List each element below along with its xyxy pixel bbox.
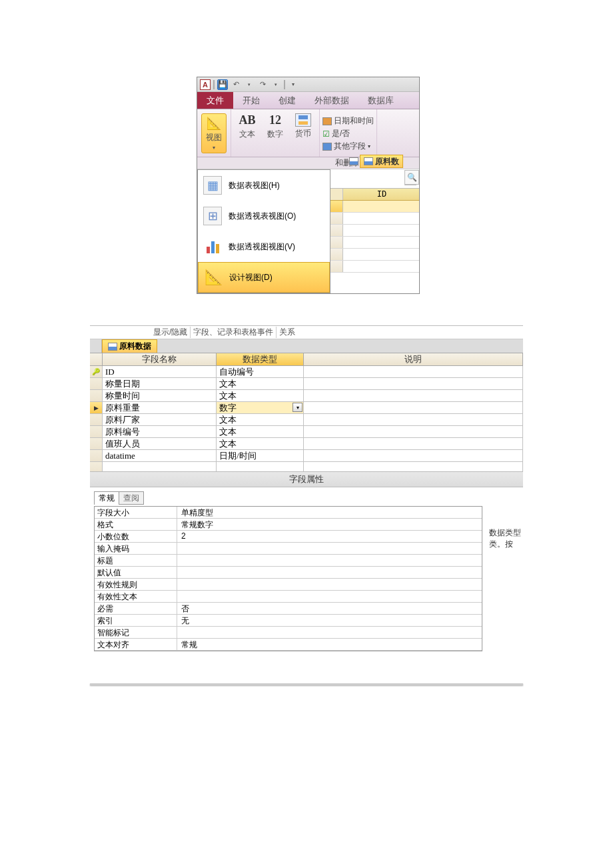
description-cell[interactable]	[304, 426, 523, 438]
object-tab[interactable]: 原料数	[360, 155, 403, 168]
text-field-button[interactable]: AB 文本	[235, 113, 259, 140]
field-name-cell[interactable]: 值班人员	[103, 438, 217, 450]
field-name-cell[interactable]: datatime	[103, 450, 217, 462]
property-value[interactable]: 常规	[177, 639, 482, 650]
tab-database[interactable]: 数据库	[358, 92, 403, 109]
datatype-dropdown-icon[interactable]: ▾	[293, 403, 303, 412]
property-name: 索引	[95, 615, 177, 626]
field-name-cell[interactable]: ID	[103, 366, 217, 378]
tab-home[interactable]: 开始	[233, 92, 269, 109]
id-column-header[interactable]: ID	[343, 189, 420, 200]
tab-external[interactable]: 外部数据	[305, 92, 358, 109]
view-button[interactable]: 📐 视图 ▾	[201, 113, 227, 153]
number-12-icon: 12	[269, 113, 281, 127]
save-icon[interactable]: 💾	[217, 79, 228, 90]
group-events: 字段、记录和表格事件	[191, 327, 277, 338]
property-name: 必需	[95, 603, 177, 614]
description-cell[interactable]	[304, 414, 523, 426]
help-text: 数据类型 类。按	[486, 487, 523, 674]
data-type-cell[interactable]: 日期/时间	[217, 450, 304, 462]
group-relations: 关系	[277, 327, 298, 338]
pivotchart-icon	[203, 237, 222, 256]
fieldname-header[interactable]: 字段名称	[103, 353, 217, 366]
property-name: 标题	[95, 555, 177, 566]
description-cell[interactable]	[304, 402, 523, 414]
qat-customize-icon[interactable]: ▾	[288, 79, 299, 90]
data-type-cell[interactable]: 文本	[217, 438, 304, 450]
tab-lookup[interactable]: 查阅	[119, 491, 144, 505]
tab-create[interactable]: 创建	[269, 92, 305, 109]
property-name: 有效性规则	[95, 579, 177, 590]
menu-pivotchart-view[interactable]: 数据透视图视图(V)	[198, 231, 330, 262]
row-selector[interactable]	[90, 414, 103, 426]
access-app-icon: A	[200, 79, 211, 90]
description-cell[interactable]	[304, 438, 523, 450]
more-fields-button[interactable]: 其他字段 ▾	[322, 141, 370, 152]
tab-file[interactable]: 文件	[197, 92, 233, 109]
titlebar: A 💾 ↶ ▾ ↷ ▾ ▾	[197, 77, 419, 92]
property-value[interactable]: 常规数字	[177, 519, 482, 530]
row-selector[interactable]	[90, 366, 103, 378]
datasheet-preview: ID	[330, 188, 420, 273]
table-tab[interactable]: 原料数据	[102, 339, 157, 353]
property-value[interactable]: 否	[177, 603, 482, 614]
property-value[interactable]: 单精度型	[177, 507, 482, 518]
property-value[interactable]	[177, 543, 482, 554]
data-type-cell[interactable]: 文本	[217, 378, 304, 390]
redo-icon[interactable]: ↷	[257, 79, 268, 90]
description-cell[interactable]	[304, 390, 523, 402]
field-name-cell[interactable]: 原料编号	[103, 426, 217, 438]
field-name-cell[interactable]: 原料重量	[103, 402, 217, 414]
property-name: 有效性文本	[95, 591, 177, 602]
property-name: 智能标记	[95, 627, 177, 638]
undo-icon[interactable]: ↶	[231, 79, 241, 90]
data-type-cell[interactable]: 自动编号	[217, 366, 304, 378]
property-value[interactable]	[177, 591, 482, 602]
row-selector[interactable]	[90, 438, 103, 450]
property-value[interactable]: 2	[177, 531, 482, 542]
tab-general[interactable]: 常规	[94, 491, 119, 505]
datetime-field-button[interactable]: 日期和时间	[322, 115, 374, 127]
group-show-hide: 显示/隐藏	[90, 327, 191, 338]
field-name-cell[interactable]: 称量日期	[103, 378, 217, 390]
row-selector[interactable]	[90, 390, 103, 402]
data-type-cell[interactable]: 数字▾	[217, 402, 304, 414]
search-icon[interactable]: 🔍	[404, 170, 419, 185]
data-type-cell[interactable]: 文本	[217, 414, 304, 426]
property-value[interactable]	[177, 579, 482, 590]
yesno-field-button[interactable]: ☑是/否	[322, 128, 350, 139]
currency-field-button[interactable]: 货币	[291, 113, 315, 139]
ribbon-tabs: 文件 开始 创建 外部数据 数据库	[197, 92, 419, 109]
row-selector[interactable]	[90, 378, 103, 390]
field-properties-title: 字段属性	[90, 471, 523, 487]
redo-drop-icon[interactable]: ▾	[271, 79, 281, 90]
menu-design-view[interactable]: 📐 设计视图(D)	[198, 262, 330, 293]
field-name-cell[interactable]: 原料厂家	[103, 414, 217, 426]
undo-drop-icon[interactable]: ▾	[244, 79, 255, 90]
data-type-cell[interactable]: 文本	[217, 390, 304, 402]
view-dropdown-menu: ▦ 数据表视图(H) ⊞ 数据透视表视图(O) 数据透视图视图(V) 📐 设计视…	[197, 169, 330, 293]
row-selector[interactable]	[90, 426, 103, 438]
field-name-cell[interactable]: 称量时间	[103, 390, 217, 402]
property-value[interactable]	[177, 627, 482, 638]
description-cell[interactable]	[304, 378, 523, 390]
data-type-cell[interactable]: 文本	[217, 426, 304, 438]
property-value[interactable]: 无	[177, 615, 482, 626]
view-drop-icon: ▾	[213, 145, 215, 151]
description-cell[interactable]	[304, 450, 523, 462]
property-value[interactable]	[177, 555, 482, 566]
check-icon: ☑	[322, 129, 330, 139]
object-tab-bar: 原料数据	[90, 339, 523, 353]
number-field-button[interactable]: 12 数字	[263, 113, 287, 140]
menu-datasheet-view[interactable]: ▦ 数据表视图(H)	[198, 170, 330, 201]
property-tabs: 常规 查阅	[94, 491, 482, 505]
property-value[interactable]	[177, 567, 482, 578]
property-name: 小数位数	[95, 531, 177, 542]
nav-pane-strip: « 原料数 🔍 ID	[330, 169, 420, 294]
description-header[interactable]: 说明	[304, 353, 523, 366]
description-cell[interactable]	[304, 366, 523, 378]
row-selector[interactable]	[90, 402, 103, 414]
datatype-header[interactable]: 数据类型	[217, 353, 304, 366]
row-selector[interactable]	[90, 450, 103, 462]
menu-pivottable-view[interactable]: ⊞ 数据透视表视图(O)	[198, 201, 330, 231]
